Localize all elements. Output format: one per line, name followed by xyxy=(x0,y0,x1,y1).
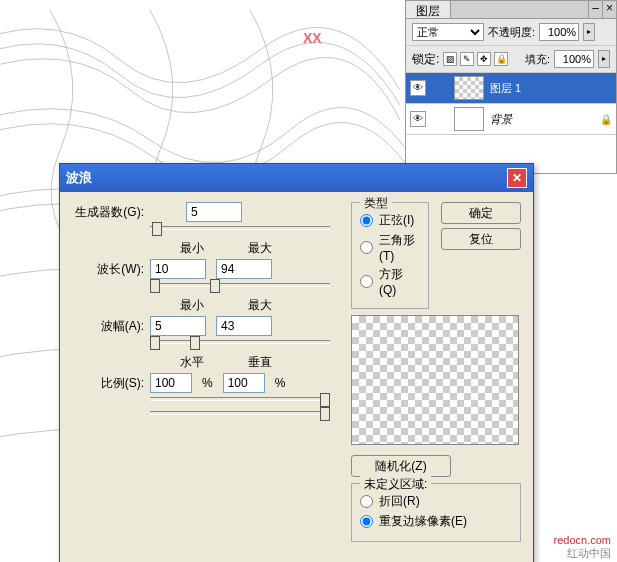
undef-repeat-radio[interactable] xyxy=(360,515,373,528)
scale-vert-slider[interactable] xyxy=(150,411,330,415)
type-triangle-label: 三角形 (T) xyxy=(379,232,420,263)
generators-input[interactable] xyxy=(186,202,242,222)
percent-label: % xyxy=(202,376,213,390)
visibility-icon[interactable]: 👁 xyxy=(410,80,426,96)
visibility-icon[interactable]: 👁 xyxy=(410,111,426,127)
type-sine-label: 正弦(I) xyxy=(379,212,414,229)
randomize-button[interactable]: 随机化(Z) xyxy=(351,455,451,477)
wavelength-max-input[interactable] xyxy=(216,259,272,279)
max-label: 最大 xyxy=(248,240,272,257)
panel-minimize-icon[interactable]: – xyxy=(588,1,602,18)
blend-mode-select[interactable]: 正常 xyxy=(412,23,484,41)
lock-transparency-icon[interactable]: ▨ xyxy=(443,52,457,66)
type-square-radio[interactable] xyxy=(360,275,373,288)
preview-box xyxy=(351,315,519,445)
amplitude-max-input[interactable] xyxy=(216,316,272,336)
panel-close-icon[interactable]: × xyxy=(602,1,616,18)
opacity-input[interactable] xyxy=(539,23,579,41)
layer-name[interactable]: 背景 xyxy=(490,112,594,127)
layer-thumbnail[interactable] xyxy=(454,107,484,131)
undef-repeat-label: 重复边缘像素(E) xyxy=(379,513,467,530)
wavelength-label: 波长(W): xyxy=(72,261,144,278)
reset-button[interactable]: 复位 xyxy=(441,228,521,250)
scale-vert-input[interactable] xyxy=(223,373,265,393)
min-label: 最小 xyxy=(180,240,204,257)
type-triangle-radio[interactable] xyxy=(360,241,373,254)
fill-arrow-icon[interactable]: ▸ xyxy=(598,50,610,68)
watermark-text: XX xyxy=(303,30,322,46)
scale-label: 比例(S): xyxy=(72,375,144,392)
opacity-label: 不透明度: xyxy=(488,25,535,40)
undef-wrap-label: 折回(R) xyxy=(379,493,420,510)
wavelength-slider[interactable] xyxy=(150,283,330,287)
scale-horiz-slider[interactable] xyxy=(150,397,330,401)
lock-position-icon[interactable]: ✥ xyxy=(477,52,491,66)
tab-layers[interactable]: 图层 xyxy=(406,1,451,18)
layer-item[interactable]: 👁 图层 1 xyxy=(406,73,616,104)
wave-dialog: 波浪 ✕ 生成器数(G): 最小 最大 波长(W): xyxy=(59,163,534,562)
lock-label: 锁定: xyxy=(412,51,439,68)
vert-label: 垂直 xyxy=(248,354,272,371)
generators-slider[interactable] xyxy=(150,226,330,230)
layer-thumbnail[interactable] xyxy=(454,76,484,100)
layer-item[interactable]: 👁 背景 🔒 xyxy=(406,104,616,135)
type-group-title: 类型 xyxy=(360,195,392,212)
close-icon[interactable]: ✕ xyxy=(507,168,527,188)
type-square-label: 方形(Q) xyxy=(379,266,420,297)
horiz-label: 水平 xyxy=(180,354,204,371)
type-sine-radio[interactable] xyxy=(360,214,373,227)
opacity-arrow-icon[interactable]: ▸ xyxy=(583,23,595,41)
fill-label: 填充: xyxy=(525,52,550,67)
amplitude-min-input[interactable] xyxy=(150,316,206,336)
lock-pixels-icon[interactable]: ✎ xyxy=(460,52,474,66)
amplitude-slider[interactable] xyxy=(150,340,330,344)
lock-all-icon[interactable]: 🔒 xyxy=(494,52,508,66)
dialog-title: 波浪 xyxy=(66,169,507,187)
undef-wrap-radio[interactable] xyxy=(360,495,373,508)
wavelength-min-input[interactable] xyxy=(150,259,206,279)
lock-icon: 🔒 xyxy=(600,114,612,125)
generators-label: 生成器数(G): xyxy=(72,204,144,221)
ok-button[interactable]: 确定 xyxy=(441,202,521,224)
fill-input[interactable] xyxy=(554,50,594,68)
max-label: 最大 xyxy=(248,297,272,314)
layer-name[interactable]: 图层 1 xyxy=(490,81,612,96)
layer-list: 👁 图层 1 👁 背景 🔒 xyxy=(406,73,616,173)
dialog-titlebar[interactable]: 波浪 ✕ xyxy=(60,164,533,192)
undef-group-title: 未定义区域: xyxy=(360,476,431,493)
footer-watermark: redocn.com 红动中国 xyxy=(554,534,611,560)
amplitude-label: 波幅(A): xyxy=(72,318,144,335)
min-label: 最小 xyxy=(180,297,204,314)
scale-horiz-input[interactable] xyxy=(150,373,192,393)
percent-label: % xyxy=(275,376,286,390)
layers-panel: 图层 – × 正常 不透明度: ▸ 锁定: ▨ ✎ ✥ 🔒 填充: ▸ 👁 图层… xyxy=(405,0,617,174)
